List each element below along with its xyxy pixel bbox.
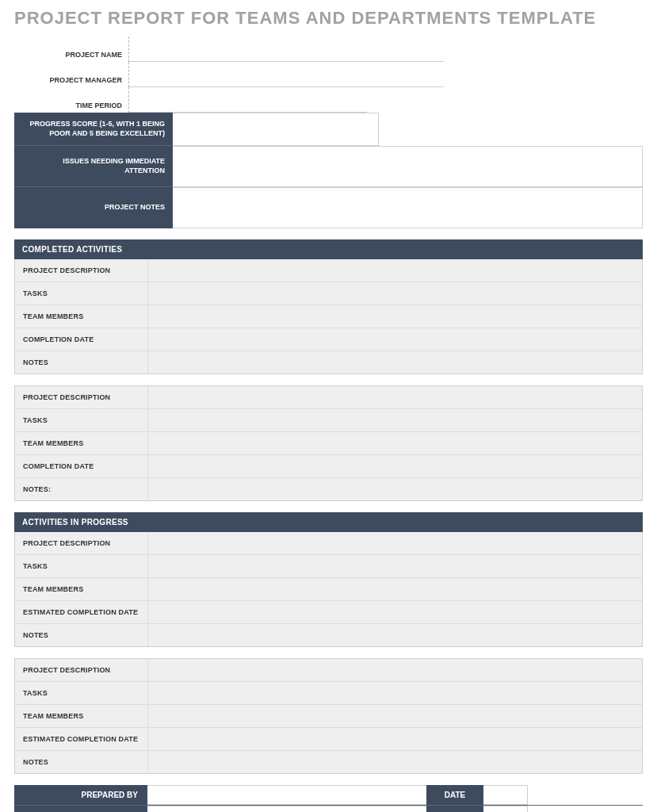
prepared-date-input[interactable]	[483, 785, 528, 805]
field-label: PROJECT DESCRIPTION	[15, 532, 148, 554]
completed-block-2: PROJECT DESCRIPTION TASKS TEAM MEMBERS C…	[14, 385, 643, 501]
field-input[interactable]	[148, 351, 642, 373]
field-input[interactable]	[148, 682, 642, 704]
field-label: NOTES	[15, 751, 148, 773]
authorized-date-input[interactable]	[483, 806, 528, 812]
completed-activities-header: COMPLETED ACTIVITIES	[14, 239, 643, 259]
authorized-date-label: DATE	[426, 806, 483, 812]
field-input[interactable]	[148, 328, 642, 350]
field-label: TEAM MEMBERS	[15, 305, 148, 327]
field-input[interactable]	[148, 601, 642, 623]
field-input[interactable]	[148, 282, 642, 304]
prepared-by-input[interactable]	[147, 785, 426, 805]
progress-block-2: PROJECT DESCRIPTION TASKS TEAM MEMBERS E…	[14, 658, 643, 774]
field-label: TASKS	[15, 555, 148, 577]
field-input[interactable]	[148, 386, 642, 408]
project-name-input[interactable]	[129, 36, 444, 62]
field-input[interactable]	[148, 455, 642, 477]
progress-score-label: PROGRESS SCORE (1-5, WITH 1 BEING POOR A…	[14, 113, 173, 146]
field-label: PROJECT DESCRIPTION	[15, 659, 148, 681]
field-label: NOTES	[15, 351, 148, 373]
authorized-by-input[interactable]	[147, 806, 426, 812]
field-label: NOTES:	[15, 478, 148, 500]
field-input[interactable]	[148, 409, 642, 431]
progress-block-1: PROJECT DESCRIPTION TASKS TEAM MEMBERS E…	[14, 532, 643, 647]
project-notes-input[interactable]	[173, 187, 643, 228]
field-label: TASKS	[15, 409, 148, 431]
field-label: TEAM MEMBERS	[15, 432, 148, 454]
field-input[interactable]	[148, 532, 642, 554]
field-label: ESTIMATED COMPLETION DATE	[15, 728, 148, 750]
field-input[interactable]	[148, 659, 642, 681]
field-label: PROJECT DESCRIPTION	[15, 259, 148, 282]
field-label: PROJECT DESCRIPTION	[15, 386, 148, 408]
field-input[interactable]	[148, 259, 642, 282]
field-label: ESTIMATED COMPLETION DATE	[15, 601, 148, 623]
field-label: TEAM MEMBERS	[15, 705, 148, 727]
field-label: TEAM MEMBERS	[15, 578, 148, 600]
field-input[interactable]	[148, 305, 642, 327]
activities-in-progress-header: ACTIVITIES IN PROGRESS	[14, 512, 643, 532]
field-label: TASKS	[15, 682, 148, 704]
field-input[interactable]	[148, 705, 642, 727]
footer-signature-section: PREPARED BY DATE AUTHORIZED BY DATE	[14, 785, 643, 812]
issues-input[interactable]	[173, 146, 643, 187]
time-period-label: TIME PERIOD	[14, 87, 129, 113]
field-input[interactable]	[148, 478, 642, 500]
project-manager-label: PROJECT MANAGER	[14, 62, 129, 87]
field-label: TASKS	[15, 282, 148, 304]
time-period-input[interactable]	[129, 87, 367, 113]
prepared-date-label: DATE	[426, 785, 483, 805]
prepared-by-label: PREPARED BY	[14, 785, 147, 805]
field-input[interactable]	[148, 624, 642, 646]
field-input[interactable]	[148, 555, 642, 577]
issues-label: ISSUES NEEDING IMMEDIATE ATTENTION	[14, 146, 173, 187]
field-input[interactable]	[148, 578, 642, 600]
authorized-by-label: AUTHORIZED BY	[14, 806, 147, 812]
field-input[interactable]	[148, 751, 642, 773]
project-name-label: PROJECT NAME	[14, 36, 129, 62]
field-input[interactable]	[148, 432, 642, 454]
page-title: PROJECT REPORT FOR TEAMS AND DEPARTMENTS…	[14, 8, 643, 29]
field-input[interactable]	[148, 728, 642, 750]
project-notes-label: PROJECT NOTES	[14, 187, 173, 228]
completed-block-1: PROJECT DESCRIPTION TASKS TEAM MEMBERS C…	[14, 259, 643, 374]
progress-score-input[interactable]	[173, 113, 379, 146]
field-label: COMPLETION DATE	[15, 455, 148, 477]
top-info-section: PROJECT NAME PROJECT MANAGER TIME PERIOD…	[14, 36, 643, 228]
field-label: NOTES	[15, 624, 148, 646]
project-manager-input[interactable]	[129, 62, 444, 87]
field-label: COMPLETION DATE	[15, 328, 148, 350]
